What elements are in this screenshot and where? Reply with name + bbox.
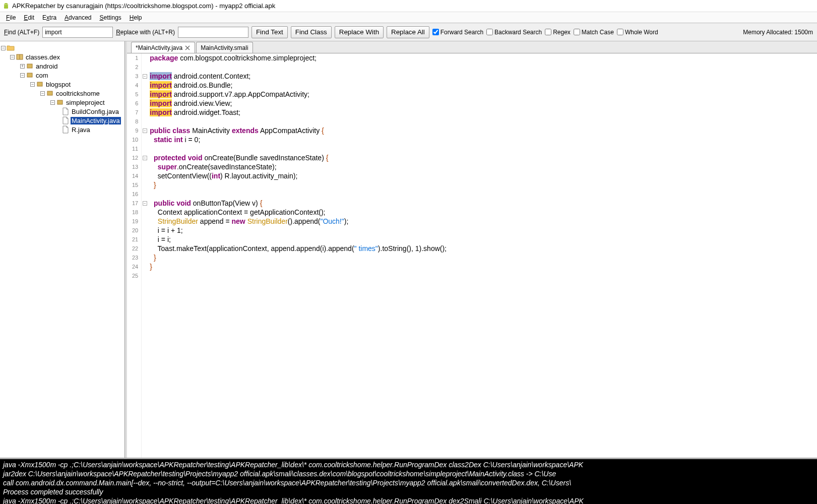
code-token: int: [212, 172, 220, 180]
match-case-label: Match Case: [582, 29, 614, 36]
forward-search-box[interactable]: [432, 29, 439, 35]
svg-rect-6: [27, 64, 32, 68]
code-token: StringBuilder: [247, 217, 288, 225]
tree-item-cooltrickshome[interactable]: − cooltrickshome: [0, 89, 124, 98]
tree-item-simpleproject[interactable]: − simpleproject: [0, 98, 124, 107]
code-content[interactable]: package com.blogspot.cooltrickshome.simp…: [148, 53, 449, 458]
menu-settings[interactable]: Settings: [95, 13, 125, 22]
tree-label: BuildConfig.java: [71, 108, 120, 115]
match-case-check[interactable]: Match Case: [574, 29, 614, 36]
code-token: android.widget.Toast;: [172, 108, 240, 116]
tab-label: MainActivity.smali: [201, 44, 248, 51]
code-token: android.os.Bundle;: [172, 81, 233, 89]
file-icon: [61, 116, 70, 124]
editor-tabs: *MainActivity.java MainActivity.smali: [127, 41, 817, 53]
find-class-button[interactable]: Find Class: [291, 26, 332, 38]
tree-label: R.java: [71, 126, 91, 134]
console-line: java -Xmx1500m -cp .;C:\Users\anjain\wor…: [3, 496, 814, 504]
backward-search-check[interactable]: Backward Search: [486, 29, 542, 36]
tree-item-com[interactable]: − com: [0, 71, 124, 80]
expander-icon[interactable]: −: [40, 91, 45, 96]
expander-icon[interactable]: −: [20, 73, 25, 78]
expander-icon[interactable]: −: [30, 82, 35, 87]
expander-icon[interactable]: −: [10, 55, 15, 59]
tab-mainactivity-java[interactable]: *MainActivity.java: [131, 42, 195, 53]
regex-check[interactable]: Regex: [545, 29, 571, 36]
code-token: {: [324, 154, 329, 162]
svg-point-3: [7, 4, 8, 5]
app-icon: [2, 2, 10, 10]
fold-icon[interactable]: −: [143, 129, 147, 133]
replace-label: Replace with (ALT+R): [116, 29, 175, 36]
match-case-box[interactable]: [574, 29, 580, 35]
expander-icon[interactable]: +: [20, 64, 25, 69]
code-token: savedInstanceState: [210, 163, 272, 171]
replace-input[interactable]: [178, 27, 248, 38]
replace-all-button[interactable]: Replace All: [387, 26, 429, 38]
tree-item-mainactivity[interactable]: MainActivity.java: [0, 116, 124, 125]
backward-search-box[interactable]: [486, 29, 493, 35]
console-line: call com.android.dx.command.Main.main[--…: [3, 478, 814, 487]
code-token: append =: [198, 217, 232, 225]
svg-rect-7: [27, 73, 32, 77]
code-token: {: [258, 199, 263, 207]
backward-search-label: Backward Search: [494, 29, 542, 36]
code-token: StringBuilder: [158, 217, 198, 225]
expander-icon[interactable]: −: [50, 100, 55, 105]
forward-search-check[interactable]: Forward Search: [432, 29, 483, 36]
archive-icon: [16, 53, 24, 61]
tree-item-r-java[interactable]: R.java: [0, 125, 124, 134]
close-tab-icon[interactable]: [184, 45, 191, 51]
code-token: " times": [354, 244, 378, 253]
menu-file[interactable]: File: [2, 13, 20, 22]
menu-bar: File Edit Extra Advanced Settings Help: [0, 12, 817, 23]
code-token: super: [158, 163, 177, 171]
expander-icon[interactable]: −: [1, 46, 6, 50]
package-icon: [56, 98, 64, 106]
code-token: ();: [319, 208, 325, 216]
code-token: android.view.View;: [172, 99, 232, 107]
fold-icon[interactable]: −: [143, 156, 147, 160]
code-token: import: [150, 99, 172, 107]
title-bar: APKRepatcher by csanuragjain (https://co…: [0, 0, 817, 12]
whole-word-box[interactable]: [617, 29, 623, 35]
menu-help[interactable]: Help: [125, 13, 146, 22]
console-line: java -Xmx1500m -cp .;C:\Users\anjain\wor…: [3, 460, 814, 469]
package-icon: [26, 62, 34, 70]
tree-item-android[interactable]: + android: [0, 61, 124, 71]
code-token: public void: [154, 199, 191, 207]
menu-advanced[interactable]: Advanced: [60, 13, 95, 22]
project-tree[interactable]: − − classes.dex + android − com − blogsp…: [0, 41, 125, 458]
replace-with-button[interactable]: Replace With: [335, 26, 384, 38]
tree-item-classes-dex[interactable]: − classes.dex: [0, 52, 124, 61]
tree-item-blogspot[interactable]: − blogspot: [0, 80, 124, 89]
whole-word-label: Whole Word: [625, 29, 658, 36]
menu-edit[interactable]: Edit: [20, 13, 38, 22]
fold-icon[interactable]: −: [143, 201, 147, 206]
tab-mainactivity-smali[interactable]: MainActivity.smali: [196, 42, 253, 53]
find-input[interactable]: [42, 27, 113, 38]
svg-rect-8: [37, 82, 42, 86]
regex-box[interactable]: [545, 29, 551, 35]
code-token: ;: [198, 136, 200, 144]
code-token: );: [344, 217, 349, 225]
whole-word-check[interactable]: Whole Word: [617, 29, 658, 36]
console-output[interactable]: java -Xmx1500m -cp .;C:\Users\anjain\wor…: [0, 458, 817, 504]
regex-label: Regex: [553, 29, 571, 36]
code-token: }: [154, 254, 156, 262]
code-token: new: [232, 217, 245, 225]
code-token: onCreate: [203, 154, 233, 162]
code-token: (),: [407, 244, 415, 253]
fold-icon[interactable]: −: [143, 74, 147, 79]
code-editor[interactable]: 1234567891011121314151617181920212223242…: [127, 53, 817, 458]
code-token: );: [272, 163, 277, 171]
file-icon: [61, 125, 70, 134]
tree-root[interactable]: −: [0, 43, 124, 52]
menu-extra[interactable]: Extra: [38, 13, 60, 22]
tree-item-buildconfig[interactable]: BuildConfig.java: [0, 107, 124, 116]
find-text-button[interactable]: Find Text: [252, 26, 288, 38]
code-token: import: [150, 81, 172, 89]
code-token: public class: [150, 127, 190, 135]
tree-label: cooltrickshome: [55, 90, 101, 97]
code-token: Toast.makeText: [158, 244, 207, 253]
